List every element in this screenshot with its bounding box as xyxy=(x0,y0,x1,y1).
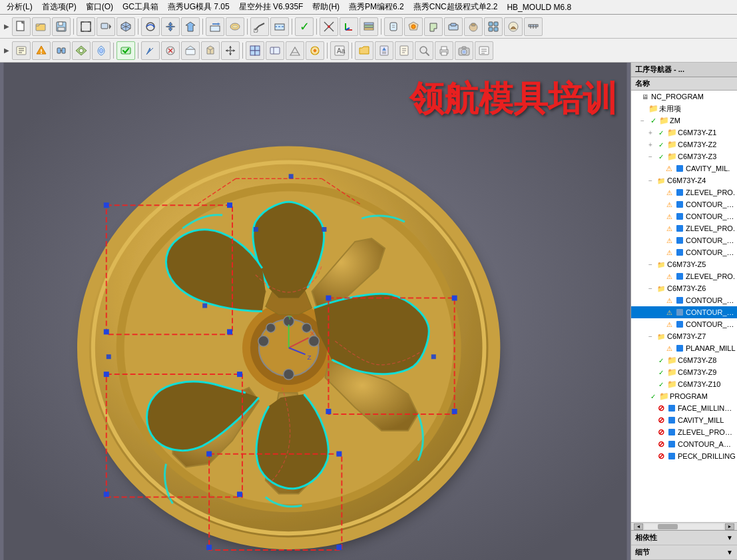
tb2-9[interactable] xyxy=(181,41,200,60)
menu-cnc[interactable]: 燕秀CNC超级程式单2.2 xyxy=(409,0,502,14)
tb2-14[interactable] xyxy=(286,41,304,60)
tree-item-z7[interactable]: − 📁 C6M73Y-Z7 xyxy=(631,330,737,342)
tb-new[interactable] xyxy=(12,17,31,36)
tree-item-zlevel2[interactable]: ⚠ ZLEVEL_PRO. xyxy=(631,222,737,234)
toolbar-expand-2[interactable]: ▶ xyxy=(3,45,11,55)
tree-item-z6[interactable]: − 📁 C6M73Y-Z6 xyxy=(631,282,737,294)
tree-item-zlevel-profile[interactable]: ⊘ ZLEVEL_PROFILE xyxy=(631,426,737,438)
tree-item-z9[interactable]: ✓ 📁 C6M73Y-Z9 xyxy=(631,366,737,378)
tb-cut1[interactable] xyxy=(250,17,269,36)
tree-toggle[interactable]: + xyxy=(648,129,656,137)
tree-item-z8[interactable]: ✓ 📁 C6M73Y-Z8 xyxy=(631,354,737,366)
tree-item-z10[interactable]: ✓ 📁 C6M73Y-Z10 xyxy=(631,378,737,390)
tb2-arrow[interactable] xyxy=(141,41,160,60)
tree-item-unused[interactable]: 📁 未用项 xyxy=(631,103,737,115)
tb-save[interactable] xyxy=(52,17,71,36)
tree-item-zm[interactable]: − ✓ 📁 ZM xyxy=(631,115,737,127)
tree-item-z2[interactable]: + ✓ 📁 C6M73Y-Z2 xyxy=(631,139,737,150)
scroll-thumb[interactable] xyxy=(658,524,678,529)
tree-toggle[interactable]: − xyxy=(648,261,656,268)
menu-star[interactable]: 星空外挂 V6.935F xyxy=(235,0,308,14)
tb2-4[interactable] xyxy=(72,41,91,60)
tb-open[interactable] xyxy=(32,17,51,36)
tb-mach7[interactable] xyxy=(504,17,523,36)
tree-item-cavity-mill[interactable]: ⊘ CAVITY_MILL xyxy=(631,414,737,426)
tree-item-planar-mill[interactable]: ⚠ PLANAR_MILL xyxy=(631,342,737,354)
tb-zoom[interactable] xyxy=(97,17,115,36)
menu-hb[interactable]: HB_MOULD M6.8 xyxy=(503,1,575,13)
tb2-16[interactable]: Aa xyxy=(330,41,349,60)
tb2-camera[interactable] xyxy=(455,41,473,60)
tb-layers[interactable] xyxy=(360,17,378,36)
tb-rotate[interactable] xyxy=(141,17,160,36)
tb-pts[interactable] xyxy=(320,17,338,36)
tb2-15[interactable] xyxy=(306,41,324,60)
tree-toggle[interactable]: − xyxy=(648,333,656,340)
tb-view3d[interactable] xyxy=(117,17,135,36)
tb2-doc[interactable] xyxy=(395,41,413,60)
tb-mach5[interactable] xyxy=(464,17,483,36)
scroll-right-btn[interactable]: ► xyxy=(725,523,734,530)
tree-toggle[interactable]: − xyxy=(648,285,656,292)
tree-item-contour3[interactable]: ⚠ CONTOUR_AR. xyxy=(631,234,737,246)
tb-mach8[interactable] xyxy=(524,17,543,36)
menu-window[interactable]: 窗口(O) xyxy=(82,0,117,14)
tree-item-contour-area[interactable]: ⊘ CONTOUR_AREA xyxy=(631,438,737,450)
tree-toggle[interactable]: + xyxy=(648,141,656,148)
tree-item-zlevel3[interactable]: ⚠ ZLEVEL_PRO. xyxy=(631,270,737,282)
tree-item-contour7[interactable]: ⚠ CONTOUR_AR. xyxy=(631,318,737,330)
program-tree[interactable]: 🖥 NC_PROGRAM 📁 未用项 − ✓ 📁 ZM + xyxy=(631,91,737,522)
tb2-13[interactable] xyxy=(266,41,284,60)
tb2-3[interactable] xyxy=(52,41,71,60)
tree-toggle[interactable]: − xyxy=(640,117,648,125)
tb2-6[interactable] xyxy=(117,41,135,60)
viewport[interactable]: 领航模具培训 xyxy=(0,63,630,560)
tree-item-z4[interactable]: − 📁 C6M73Y-Z4 xyxy=(631,174,737,186)
tree-item-z1[interactable]: + ✓ 📁 C6M73Y-Z1 xyxy=(631,127,737,139)
panel-horizontal-scroll[interactable]: ◄ ► xyxy=(631,522,737,530)
tree-item-z5[interactable]: − 📁 C6M73Y-Z5 xyxy=(631,258,737,270)
tree-item-face-milling[interactable]: ⊘ FACE_MILLING_ARE. xyxy=(631,402,737,414)
tree-item-contour5[interactable]: ⚠ CONTOUR_AR. xyxy=(631,294,737,306)
tree-toggle[interactable]: − xyxy=(648,177,656,184)
tree-item-contour1[interactable]: ⚠ CONTOUR_AR. xyxy=(631,198,737,210)
tree-item-contour6-selected[interactable]: ⚠ CONTOUR_AR. xyxy=(631,306,737,318)
tb-csys[interactable] xyxy=(340,17,358,36)
menu-help[interactable]: 帮助(H) xyxy=(308,0,344,14)
menu-pm[interactable]: 燕秀PM编程6.2 xyxy=(345,0,408,14)
tb-mach4[interactable] xyxy=(444,17,463,36)
tb-face[interactable] xyxy=(226,17,244,36)
tree-item-z3[interactable]: − ✓ 📁 C6M73Y-Z3 xyxy=(631,150,737,162)
tb2-12[interactable] xyxy=(246,41,264,60)
tb2-8[interactable] xyxy=(161,41,180,60)
toolbar-expand-1[interactable]: ▶ xyxy=(3,21,11,31)
tb-check[interactable]: ✓ xyxy=(295,17,314,36)
tb-fit[interactable] xyxy=(77,17,95,36)
tb2-2[interactable] xyxy=(32,41,51,60)
tb2-print[interactable] xyxy=(435,41,453,60)
tb-extrude[interactable] xyxy=(181,17,200,36)
tb2-list[interactable] xyxy=(475,41,493,60)
tb2-5[interactable] xyxy=(92,41,111,60)
tb2-1[interactable] xyxy=(12,41,31,60)
panel-section-dependencies[interactable]: 相依性 ▼ xyxy=(631,531,737,545)
menu-yanxiu-ug[interactable]: 燕秀UG模具 7.05 xyxy=(164,0,234,14)
tree-item-contour2[interactable]: ⚠ CONTOUR_AR. xyxy=(631,210,737,222)
scroll-left-btn[interactable]: ◄ xyxy=(634,523,643,530)
menu-analyze[interactable]: 分析(L) xyxy=(3,0,37,14)
menu-prefs[interactable]: 首选项(P) xyxy=(38,0,81,14)
tree-item-program[interactable]: ✓ 📁 PROGRAM xyxy=(631,390,737,402)
tb-cut2[interactable] xyxy=(270,17,289,36)
tb-move[interactable] xyxy=(161,17,180,36)
tb2-folder[interactable] xyxy=(355,41,373,60)
tb-mach2[interactable] xyxy=(404,17,423,36)
tree-toggle[interactable]: − xyxy=(648,153,656,160)
tb-sketch[interactable] xyxy=(206,17,224,36)
tb2-10[interactable] xyxy=(201,41,220,60)
tb-mach3[interactable] xyxy=(424,17,443,36)
tree-item-peck-drilling[interactable]: ⊘ PECK_DRILLING xyxy=(631,450,737,462)
menu-gc[interactable]: GC工具箱 xyxy=(119,0,162,14)
panel-section-details[interactable]: 细节 ▼ xyxy=(631,545,737,560)
tb2-up[interactable] xyxy=(375,41,393,60)
tb2-11[interactable] xyxy=(221,41,240,60)
